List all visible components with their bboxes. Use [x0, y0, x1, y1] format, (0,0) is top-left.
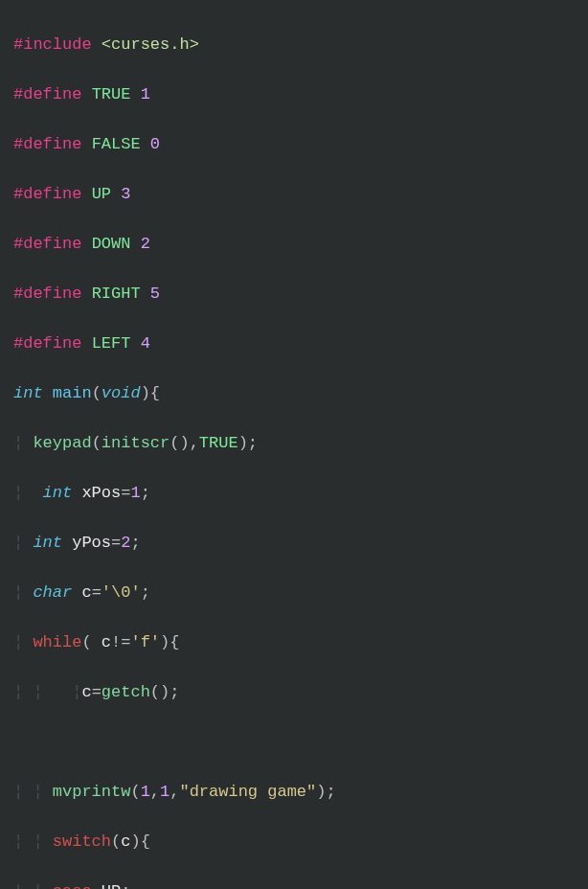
call: getch	[102, 683, 150, 701]
call: initscr	[102, 434, 170, 452]
preprocessor: #define	[13, 334, 81, 353]
code-line: ¦ ¦ switch(c){	[13, 830, 575, 855]
keyword: case	[53, 882, 92, 889]
number: 1	[141, 85, 150, 103]
macro-name: DOWN	[92, 235, 131, 253]
code-line: #define DOWN 2	[13, 232, 575, 257]
type-keyword: char	[33, 583, 72, 602]
preprocessor: #define	[13, 285, 81, 303]
code-line: #define RIGHT 5	[13, 282, 575, 307]
preprocessor: #define	[13, 235, 81, 253]
code-line: ¦ ¦ mvprintw(1,1,"drawing game");	[13, 780, 575, 805]
function-name: main	[53, 384, 92, 402]
preprocessor: #define	[13, 135, 81, 153]
brace: {	[170, 633, 179, 651]
preprocessor: #define	[13, 185, 81, 203]
code-line: #include <curses.h>	[13, 33, 575, 57]
macro-name: RIGHT	[92, 285, 141, 303]
identifier: c	[121, 832, 130, 851]
code-line: ¦ ¦ ¦c=getch();	[13, 680, 575, 705]
identifier: c	[81, 583, 91, 602]
number: 3	[121, 185, 130, 203]
macro-name: TRUE	[92, 85, 131, 103]
number: 1	[141, 783, 150, 801]
keyword: while	[33, 633, 81, 651]
type-keyword: int	[13, 384, 43, 402]
string-literal: "drawing game"	[179, 783, 316, 801]
brace: {	[150, 384, 160, 402]
call: mvprintw	[53, 783, 131, 801]
void-keyword: void	[102, 384, 141, 402]
header: <curses.h>	[102, 35, 199, 54]
number: 2	[141, 235, 150, 253]
macro-name: UP	[92, 185, 111, 203]
number: 2	[121, 534, 130, 552]
code-line: ¦ keypad(initscr(),TRUE);	[13, 431, 575, 456]
macro-ref: UP	[102, 882, 121, 889]
call: keypad	[33, 434, 91, 452]
macro-name: LEFT	[92, 334, 131, 353]
code-line: ¦ ¦ case UP:	[13, 879, 575, 889]
code-line: ¦ int yPos=2;	[13, 531, 575, 556]
code-line: ¦ char c='\0';	[13, 581, 575, 605]
number: 0	[150, 135, 160, 153]
macro-name: FALSE	[92, 135, 141, 153]
code-editor[interactable]: #include <curses.h> #define TRUE 1 #defi…	[0, 0, 588, 889]
code-line: ¦ while( c!='f'){	[13, 630, 575, 655]
identifier: xPos	[81, 484, 121, 502]
code-line: #define FALSE 0	[13, 132, 575, 157]
code-line: #define UP 3	[13, 182, 575, 207]
preprocessor: #include	[13, 35, 92, 54]
identifier: c	[102, 633, 111, 651]
macro-ref: TRUE	[199, 434, 238, 452]
type-keyword: int	[43, 484, 73, 502]
code-line: #define LEFT 4	[13, 331, 575, 356]
identifier: c	[81, 683, 91, 701]
code-line: #define TRUE 1	[13, 82, 575, 107]
identifier: yPos	[72, 534, 111, 552]
preprocessor: #define	[13, 85, 81, 103]
number: 1	[130, 484, 140, 502]
keyword: switch	[53, 832, 111, 851]
code-line: ¦ int xPos=1;	[13, 481, 575, 506]
code-line	[13, 730, 575, 755]
char-literal: '\0'	[102, 583, 141, 602]
type-keyword: int	[33, 534, 62, 552]
code-line: int main(void){	[13, 381, 575, 406]
brace: {	[141, 832, 150, 851]
number: 5	[150, 285, 160, 303]
number: 1	[160, 783, 170, 801]
char-literal: 'f'	[130, 633, 160, 651]
number: 4	[141, 334, 150, 353]
